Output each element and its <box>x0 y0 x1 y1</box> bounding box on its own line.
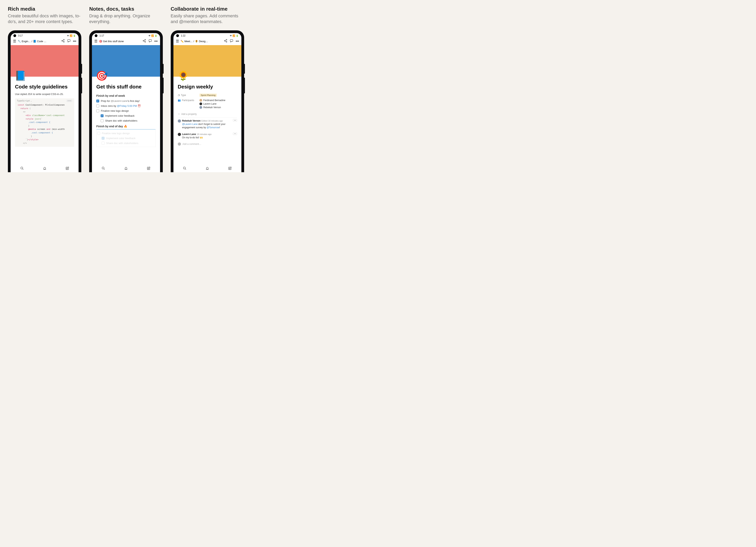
headline: Collaborate in real-time <box>171 6 244 12</box>
participant[interactable]: Ferdinand Bernadine <box>199 99 237 102</box>
svg-point-17 <box>224 40 225 41</box>
todo-item[interactable]: ✓ Implement color feedback <box>96 113 156 118</box>
participant[interactable]: Rebekah Vernon <box>199 106 237 109</box>
more-icon[interactable]: ••• <box>73 39 76 43</box>
comment[interactable]: ••• Lavern Lane18 minutes ago On my to-d… <box>178 131 237 141</box>
status-icons: 👁 📶 🔋 <box>67 34 76 37</box>
property-row[interactable]: 👥Participants Ferdinand Bernadine Lavern… <box>178 98 237 111</box>
comment-icon[interactable] <box>230 39 233 43</box>
paragraph[interactable]: Use styled JSX to write scoped CSS-in-JS… <box>15 93 74 96</box>
hamburger-icon[interactable]: ☰ <box>176 39 179 43</box>
avatar <box>199 102 202 105</box>
share-icon[interactable] <box>143 39 146 43</box>
breadcrumb[interactable]: ✏️Meet… / 🌻Desig… <box>181 40 222 43</box>
search-icon[interactable] <box>183 166 186 171</box>
clock: 1:22 <box>181 34 185 37</box>
code-content: const CoolComponent: FC<CoolComponen ret… <box>15 103 74 147</box>
topbar: ☰ ✏️Meet… / 🌻Desig… ••• <box>173 37 241 45</box>
code-lang[interactable]: TypeScript <box>17 99 30 102</box>
comment[interactable]: ••• Rebekah VernonEdited 18 minutes ago … <box>178 117 237 131</box>
bell-icon[interactable] <box>43 166 46 171</box>
headline: Rich media <box>8 6 81 12</box>
svg-line-4 <box>62 41 63 42</box>
svg-line-20 <box>225 41 226 42</box>
bell-icon[interactable] <box>124 166 128 171</box>
page-icon[interactable]: 🌻 <box>177 70 189 81</box>
compose-icon[interactable] <box>147 166 150 171</box>
book-icon: 📘 <box>33 40 36 43</box>
code-block[interactable]: TypeScript⌄ ••• const CoolComponent: FC<… <box>15 98 74 147</box>
search-icon[interactable] <box>20 166 24 171</box>
comment-more-icon[interactable]: ••• <box>233 119 237 122</box>
camera-hole <box>13 34 16 37</box>
bell-icon[interactable] <box>206 166 209 171</box>
svg-point-22 <box>183 167 185 169</box>
svg-point-0 <box>63 39 64 40</box>
hamburger-icon[interactable]: ☰ <box>94 39 97 43</box>
checkbox-icon[interactable] <box>96 109 99 112</box>
svg-rect-21 <box>230 40 233 42</box>
share-icon[interactable] <box>224 39 227 43</box>
checkbox-checked-icon[interactable]: ✓ <box>101 114 104 117</box>
heading[interactable]: Finish by end of day 🔥 <box>96 125 156 128</box>
heading[interactable]: Finish by end of week <box>96 94 156 97</box>
phone-frame: 3:17 👁 📶 🔋 ☰ 🔧Engin… / 📘Code … ••• <box>8 30 81 172</box>
avatar <box>199 99 202 102</box>
todo-item[interactable]: Inbox zero by @Friday 5:00 PM ⏰ <box>96 103 156 108</box>
share-icon[interactable] <box>61 39 65 43</box>
bottombar <box>92 164 160 172</box>
svg-point-2 <box>63 41 64 42</box>
add-comment-input[interactable]: Add a comment… <box>178 141 237 147</box>
people-prop-icon: 👥 <box>178 99 181 102</box>
checkbox-icon[interactable] <box>101 119 104 122</box>
more-icon[interactable]: ••• <box>236 39 239 43</box>
svg-point-9 <box>143 40 144 41</box>
code-more-icon[interactable]: ••• <box>66 99 72 102</box>
avatar <box>199 106 202 109</box>
search-icon[interactable] <box>102 166 105 171</box>
status-bar: 3:17 👁 📶 🔋 <box>11 33 79 37</box>
status-bar: 1:22 👁 📶 🔋 <box>173 33 241 37</box>
panel-notes-docs-tasks: Notes, docs, tasks Drag & drop anything.… <box>89 6 163 172</box>
breadcrumb[interactable]: 🔧Engin… / 📘Code … <box>18 40 60 43</box>
page-icon[interactable]: 📘 <box>15 70 26 81</box>
plus-icon: ＋ <box>178 112 180 116</box>
comment-icon[interactable] <box>148 39 152 43</box>
participant[interactable]: Lavern Lane <box>199 102 237 105</box>
clock: 3:17 <box>18 34 23 37</box>
comment-icon[interactable] <box>67 39 71 43</box>
breadcrumb[interactable]: 🎯Get this stuff done <box>99 40 141 43</box>
hamburger-icon[interactable]: ☰ <box>13 39 16 43</box>
page-icon[interactable]: 🎯 <box>96 70 108 81</box>
todo-item[interactable]: Finalize new logo design <box>96 108 156 113</box>
cover: 📘 <box>11 45 79 77</box>
bottombar <box>173 164 241 172</box>
subhead: Drag & drop anything. Organize everythin… <box>89 13 163 24</box>
subhead: Create beautiful docs with images, to-do… <box>8 13 81 24</box>
status-icons: 👁 📶 🔋 <box>230 34 239 37</box>
more-icon[interactable]: ••• <box>154 39 158 43</box>
panel-rich-media: Rich media Create beautiful docs with im… <box>8 6 81 172</box>
avatar <box>178 119 181 122</box>
svg-point-6 <box>21 167 23 169</box>
camera-hole <box>176 34 179 37</box>
compose-icon[interactable] <box>66 166 69 171</box>
tag-value[interactable]: Sprint Planning <box>199 94 217 97</box>
checkbox-checked-icon: ✓ <box>102 137 105 140</box>
camera-hole <box>95 34 97 37</box>
todo-item[interactable]: ✓ Prep for @Lavern Lane's first day! <box>96 98 156 103</box>
checkbox-checked-icon[interactable]: ✓ <box>96 99 99 102</box>
add-property-button[interactable]: ＋Add a property <box>178 111 237 117</box>
subhead: Easily share pages. Add comments and @me… <box>171 13 244 24</box>
cover: 🌻 <box>173 45 241 77</box>
phone-frame: 1:17 👁 📶 🔋 ☰ 🎯Get this stuff done ••• <box>89 30 163 172</box>
comment-more-icon[interactable]: ••• <box>233 132 237 135</box>
compose-icon[interactable] <box>228 166 232 171</box>
svg-line-11 <box>144 40 145 41</box>
drag-ghost-selection[interactable]: Finalize new logo design ✓Implement colo… <box>96 129 156 147</box>
wrench-icon: 🔧 <box>18 40 21 43</box>
todo-item[interactable]: Share doc with stakeholders <box>96 118 156 123</box>
property-row[interactable]: ◔Type Sprint Planning <box>178 93 237 98</box>
topbar: ☰ 🎯Get this stuff done ••• <box>92 37 160 45</box>
checkbox-icon[interactable] <box>96 104 99 107</box>
